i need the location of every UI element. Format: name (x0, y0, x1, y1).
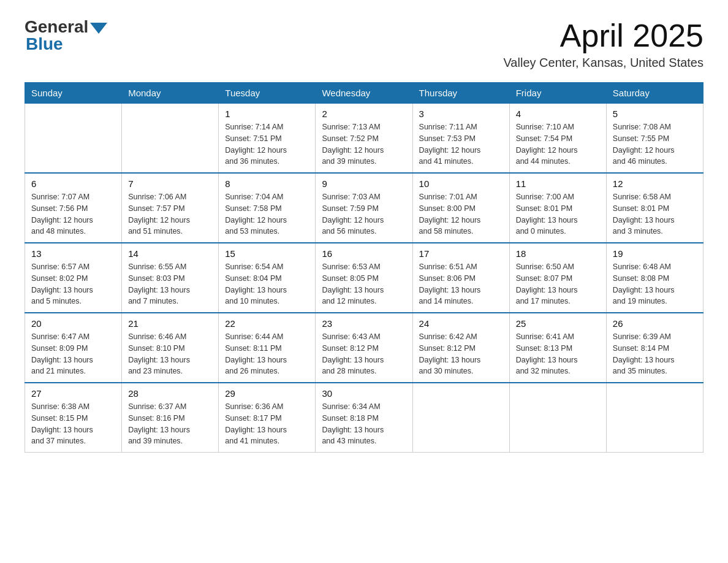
calendar-cell: 26Sunrise: 6:39 AM Sunset: 8:14 PM Dayli… (606, 313, 703, 383)
calendar-subtitle: Valley Center, Kansas, United States (504, 56, 703, 70)
calendar-cell: 13Sunrise: 6:57 AM Sunset: 8:02 PM Dayli… (25, 243, 122, 313)
calendar-cell: 5Sunrise: 7:08 AM Sunset: 7:55 PM Daylig… (606, 104, 703, 174)
day-info: Sunrise: 7:03 AM Sunset: 7:59 PM Dayligh… (322, 191, 406, 237)
day-number: 16 (322, 248, 406, 259)
header-cell-friday: Friday (509, 83, 606, 104)
logo-blue-text: Blue (25, 34, 63, 54)
day-number: 15 (225, 248, 309, 259)
day-number: 26 (613, 318, 697, 329)
day-number: 14 (128, 248, 212, 259)
day-number: 19 (613, 248, 697, 259)
day-info: Sunrise: 6:34 AM Sunset: 8:18 PM Dayligh… (322, 401, 406, 447)
day-info: Sunrise: 6:37 AM Sunset: 8:16 PM Dayligh… (128, 401, 212, 447)
header-cell-wednesday: Wednesday (316, 83, 412, 104)
day-info: Sunrise: 7:13 AM Sunset: 7:52 PM Dayligh… (322, 121, 406, 167)
day-number: 20 (31, 318, 115, 329)
day-number: 23 (322, 318, 406, 329)
day-info: Sunrise: 6:57 AM Sunset: 8:02 PM Dayligh… (31, 261, 115, 307)
day-number: 12 (613, 178, 697, 189)
week-row-3: 13Sunrise: 6:57 AM Sunset: 8:02 PM Dayli… (25, 243, 703, 313)
day-info: Sunrise: 6:43 AM Sunset: 8:12 PM Dayligh… (322, 331, 406, 377)
day-number: 5 (613, 109, 697, 119)
calendar-cell (25, 104, 122, 174)
calendar-cell (412, 383, 509, 453)
day-info: Sunrise: 6:39 AM Sunset: 8:14 PM Dayligh… (613, 331, 697, 377)
calendar-cell: 17Sunrise: 6:51 AM Sunset: 8:06 PM Dayli… (412, 243, 509, 313)
calendar-cell: 14Sunrise: 6:55 AM Sunset: 8:03 PM Dayli… (122, 243, 219, 313)
calendar-cell: 1Sunrise: 7:14 AM Sunset: 7:51 PM Daylig… (219, 104, 316, 174)
day-info: Sunrise: 6:51 AM Sunset: 8:06 PM Dayligh… (419, 261, 503, 307)
day-info: Sunrise: 6:36 AM Sunset: 8:17 PM Dayligh… (225, 401, 309, 447)
calendar-header: SundayMondayTuesdayWednesdayThursdayFrid… (25, 83, 703, 104)
header-cell-thursday: Thursday (412, 83, 509, 104)
day-info: Sunrise: 6:42 AM Sunset: 8:12 PM Dayligh… (419, 331, 503, 377)
day-info: Sunrise: 6:54 AM Sunset: 8:04 PM Dayligh… (225, 261, 309, 307)
day-number: 22 (225, 318, 309, 329)
calendar-cell: 27Sunrise: 6:38 AM Sunset: 8:15 PM Dayli… (25, 383, 122, 453)
day-info: Sunrise: 6:58 AM Sunset: 8:01 PM Dayligh… (613, 191, 697, 237)
day-info: Sunrise: 6:48 AM Sunset: 8:08 PM Dayligh… (613, 261, 697, 307)
day-number: 4 (516, 109, 600, 119)
calendar-cell: 25Sunrise: 6:41 AM Sunset: 8:13 PM Dayli… (509, 313, 606, 383)
day-info: Sunrise: 7:04 AM Sunset: 7:58 PM Dayligh… (225, 191, 309, 237)
day-number: 29 (225, 388, 309, 399)
calendar-table: SundayMondayTuesdayWednesdayThursdayFrid… (25, 82, 703, 453)
day-info: Sunrise: 7:14 AM Sunset: 7:51 PM Dayligh… (225, 121, 309, 167)
calendar-cell: 12Sunrise: 6:58 AM Sunset: 8:01 PM Dayli… (606, 173, 703, 243)
day-info: Sunrise: 7:01 AM Sunset: 8:00 PM Dayligh… (419, 191, 503, 237)
calendar-cell: 6Sunrise: 7:07 AM Sunset: 7:56 PM Daylig… (25, 173, 122, 243)
page-header: General Blue April 2025 Valley Center, K… (25, 18, 703, 70)
calendar-cell: 22Sunrise: 6:44 AM Sunset: 8:11 PM Dayli… (219, 313, 316, 383)
day-number: 18 (516, 248, 600, 259)
day-number: 3 (419, 109, 503, 119)
calendar-cell: 18Sunrise: 6:50 AM Sunset: 8:07 PM Dayli… (509, 243, 606, 313)
day-info: Sunrise: 7:10 AM Sunset: 7:54 PM Dayligh… (516, 121, 600, 167)
calendar-cell: 16Sunrise: 6:53 AM Sunset: 8:05 PM Dayli… (316, 243, 412, 313)
calendar-cell: 20Sunrise: 6:47 AM Sunset: 8:09 PM Dayli… (25, 313, 122, 383)
header-cell-tuesday: Tuesday (219, 83, 316, 104)
logo-general-text: General (25, 18, 88, 36)
day-number: 28 (128, 388, 212, 399)
day-info: Sunrise: 6:38 AM Sunset: 8:15 PM Dayligh… (31, 401, 115, 447)
calendar-cell: 30Sunrise: 6:34 AM Sunset: 8:18 PM Dayli… (316, 383, 412, 453)
calendar-body: 1Sunrise: 7:14 AM Sunset: 7:51 PM Daylig… (25, 104, 703, 453)
day-info: Sunrise: 6:41 AM Sunset: 8:13 PM Dayligh… (516, 331, 600, 377)
day-number: 24 (419, 318, 503, 329)
calendar-cell (606, 383, 703, 453)
day-number: 6 (31, 178, 115, 189)
calendar-cell: 11Sunrise: 7:00 AM Sunset: 8:01 PM Dayli… (509, 173, 606, 243)
week-row-1: 1Sunrise: 7:14 AM Sunset: 7:51 PM Daylig… (25, 104, 703, 174)
day-number: 25 (516, 318, 600, 329)
day-number: 11 (516, 178, 600, 189)
calendar-cell: 21Sunrise: 6:46 AM Sunset: 8:10 PM Dayli… (122, 313, 219, 383)
day-number: 21 (128, 318, 212, 329)
calendar-cell: 23Sunrise: 6:43 AM Sunset: 8:12 PM Dayli… (316, 313, 412, 383)
header-cell-sunday: Sunday (25, 83, 122, 104)
calendar-cell: 28Sunrise: 6:37 AM Sunset: 8:16 PM Dayli… (122, 383, 219, 453)
calendar-cell: 24Sunrise: 6:42 AM Sunset: 8:12 PM Dayli… (412, 313, 509, 383)
calendar-cell: 2Sunrise: 7:13 AM Sunset: 7:52 PM Daylig… (316, 104, 412, 174)
calendar-cell: 19Sunrise: 6:48 AM Sunset: 8:08 PM Dayli… (606, 243, 703, 313)
title-block: April 2025 Valley Center, Kansas, United… (504, 18, 703, 70)
day-info: Sunrise: 6:46 AM Sunset: 8:10 PM Dayligh… (128, 331, 212, 377)
logo: General Blue (25, 18, 107, 54)
day-info: Sunrise: 6:44 AM Sunset: 8:11 PM Dayligh… (225, 331, 309, 377)
calendar-cell: 3Sunrise: 7:11 AM Sunset: 7:53 PM Daylig… (412, 104, 509, 174)
day-info: Sunrise: 6:53 AM Sunset: 8:05 PM Dayligh… (322, 261, 406, 307)
day-number: 7 (128, 178, 212, 189)
calendar-cell: 29Sunrise: 6:36 AM Sunset: 8:17 PM Dayli… (219, 383, 316, 453)
day-number: 9 (322, 178, 406, 189)
header-cell-monday: Monday (122, 83, 219, 104)
day-info: Sunrise: 7:08 AM Sunset: 7:55 PM Dayligh… (613, 121, 697, 167)
day-info: Sunrise: 7:06 AM Sunset: 7:57 PM Dayligh… (128, 191, 212, 237)
week-row-4: 20Sunrise: 6:47 AM Sunset: 8:09 PM Dayli… (25, 313, 703, 383)
day-number: 27 (31, 388, 115, 399)
header-row: SundayMondayTuesdayWednesdayThursdayFrid… (25, 83, 703, 104)
header-cell-saturday: Saturday (606, 83, 703, 104)
day-number: 2 (322, 109, 406, 119)
day-info: Sunrise: 6:50 AM Sunset: 8:07 PM Dayligh… (516, 261, 600, 307)
calendar-cell (122, 104, 219, 174)
calendar-cell (509, 383, 606, 453)
week-row-2: 6Sunrise: 7:07 AM Sunset: 7:56 PM Daylig… (25, 173, 703, 243)
day-number: 13 (31, 248, 115, 259)
